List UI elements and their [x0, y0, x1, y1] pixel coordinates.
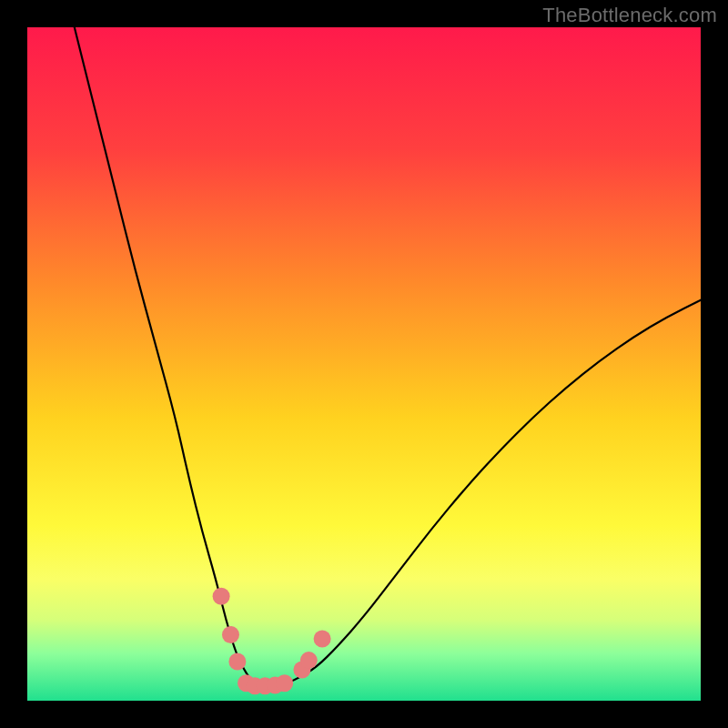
data-point — [300, 652, 318, 669]
data-point — [228, 653, 246, 671]
data-point — [276, 674, 293, 692]
data-point — [222, 626, 239, 643]
plot-area — [27, 27, 701, 701]
chart-frame: TheBottleneck.com — [0, 0, 728, 728]
curve-layer — [27, 27, 701, 701]
bottleneck-curve — [75, 27, 701, 686]
data-point — [314, 630, 331, 647]
watermark: TheBottleneck.com — [542, 4, 717, 27]
data-point — [213, 588, 230, 605]
data-points-group — [213, 588, 331, 694]
